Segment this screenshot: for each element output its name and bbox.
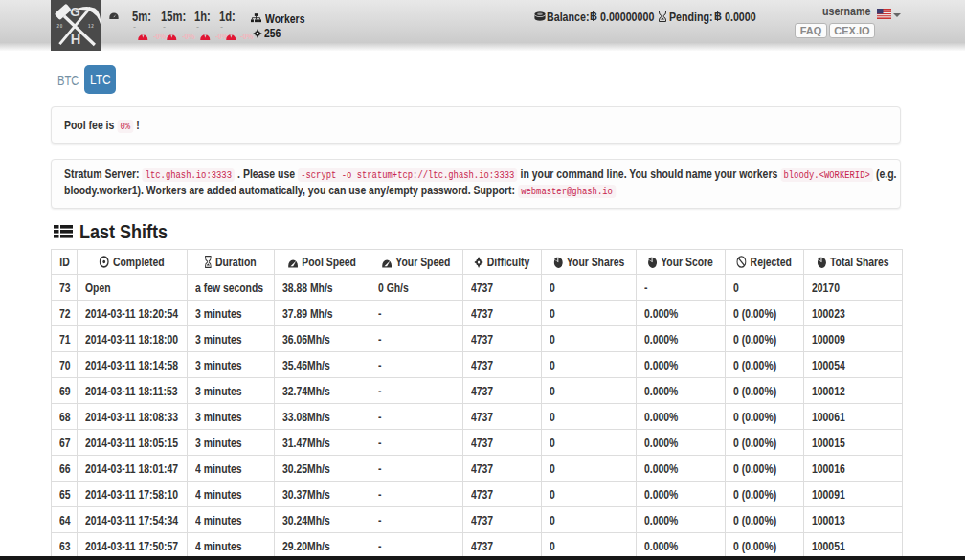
svg-text:12: 12 (88, 24, 95, 29)
svg-text:20: 20 (57, 24, 64, 29)
svg-text:G: G (70, 5, 80, 19)
svg-text:H: H (71, 32, 80, 47)
